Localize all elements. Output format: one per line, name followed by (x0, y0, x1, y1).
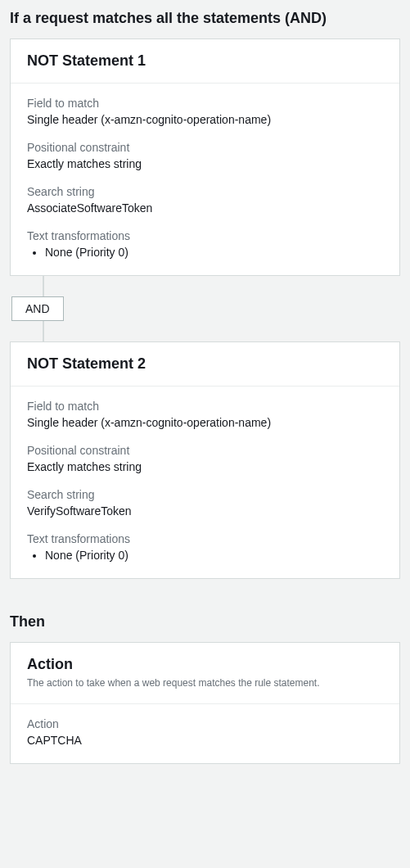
statement-card-2: NOT Statement 2 Field to match Single he… (10, 341, 400, 579)
statement-2-body: Field to match Single header (x-amzn-cog… (11, 387, 399, 578)
statement-1-body: Field to match Single header (x-amzn-cog… (11, 84, 399, 275)
text-transformations-group: Text transformations None (Priority 0) (27, 229, 383, 259)
and-badge: AND (11, 296, 64, 321)
if-section-title: If a request matches all the statements … (10, 10, 400, 27)
positional-constraint-label-2: Positional constraint (27, 444, 383, 457)
text-transformations-group-2: Text transformations None (Priority 0) (27, 532, 383, 562)
positional-constraint-group: Positional constraint Exactly matches st… (27, 141, 383, 170)
search-string-group-2: Search string VerifySoftwareToken (27, 488, 383, 518)
field-to-match-label: Field to match (27, 97, 383, 110)
statement-card-1: NOT Statement 1 Field to match Single he… (10, 38, 400, 276)
action-card-body: Action CAPTCHA (11, 704, 399, 763)
text-transformations-label-2: Text transformations (27, 532, 383, 545)
field-to-match-group-2: Field to match Single header (x-amzn-cog… (27, 400, 383, 429)
text-transformations-list-2: None (Priority 0) (27, 549, 383, 562)
statement-2-title: NOT Statement 2 (27, 355, 383, 373)
statement-1-title: NOT Statement 1 (27, 52, 383, 70)
field-to-match-label-2: Field to match (27, 400, 383, 413)
action-header-title: Action (27, 656, 383, 673)
action-group: Action CAPTCHA (27, 717, 383, 747)
positional-constraint-value: Exactly matches string (27, 157, 383, 170)
search-string-value-2: VerifySoftwareToken (27, 504, 383, 518)
field-to-match-value-2: Single header (x-amzn-cognito-operation-… (27, 416, 383, 429)
action-subtitle: The action to take when a web request ma… (27, 676, 383, 690)
search-string-value: AssociateSoftwareToken (27, 201, 383, 215)
text-transformations-list: None (Priority 0) (27, 246, 383, 259)
statement-1-header: NOT Statement 1 (11, 39, 399, 84)
search-string-group: Search string AssociateSoftwareToken (27, 185, 383, 215)
action-card-header: Action The action to take when a web req… (11, 643, 399, 704)
field-to-match-group: Field to match Single header (x-amzn-cog… (27, 97, 383, 126)
positional-constraint-group-2: Positional constraint Exactly matches st… (27, 444, 383, 473)
and-connector: AND (10, 276, 400, 341)
text-transformations-item-2: None (Priority 0) (45, 549, 383, 562)
if-section: If a request matches all the statements … (10, 10, 400, 579)
search-string-label-2: Search string (27, 488, 383, 501)
statement-2-header: NOT Statement 2 (11, 342, 399, 387)
field-to-match-value: Single header (x-amzn-cognito-operation-… (27, 113, 383, 126)
text-transformations-item: None (Priority 0) (45, 246, 383, 259)
positional-constraint-label: Positional constraint (27, 141, 383, 154)
action-value: CAPTCHA (27, 734, 383, 747)
positional-constraint-value-2: Exactly matches string (27, 460, 383, 473)
action-card: Action The action to take when a web req… (10, 642, 400, 764)
then-section-title: Then (10, 613, 400, 631)
action-label: Action (27, 717, 383, 730)
search-string-label: Search string (27, 185, 383, 198)
text-transformations-label: Text transformations (27, 229, 383, 242)
then-section: Then Action The action to take when a we… (10, 613, 400, 764)
